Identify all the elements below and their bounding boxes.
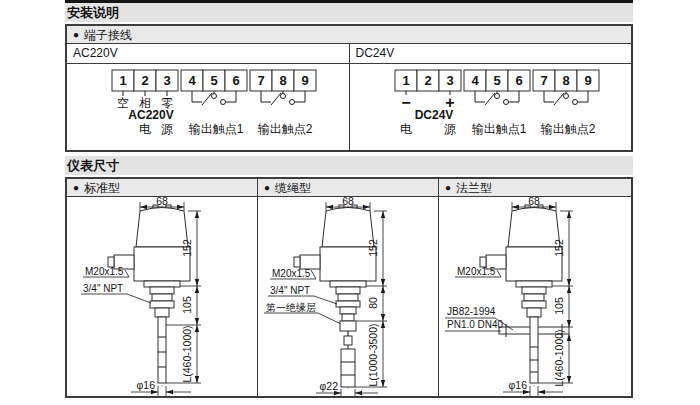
cable-type-drawing: 68 152 80 <box>258 197 439 396</box>
dimension-length: L(1000-3500) <box>355 321 387 387</box>
label-flange-standard: JB82-1994 PN1.0 DN40 <box>445 306 513 331</box>
dimensions-table: ●标准型 ●缆绳型 ●法兰型 <box>65 177 633 398</box>
dim-152: 152 <box>181 239 193 257</box>
terminal-number: 1 <box>402 73 409 88</box>
ac220v-wiring-diagram: 1 2 3 4 5 6 7 8 9 空 相 零 <box>102 64 350 150</box>
section-title-installation: 安装说明 <box>65 3 633 22</box>
dim-68: 68 <box>528 197 540 207</box>
terminal-number: 7 <box>257 73 264 88</box>
probe-rod <box>530 317 538 383</box>
label-insulation: 第一绝缘层 <box>264 302 341 324</box>
power-label-left: 电 <box>400 122 412 136</box>
dc24v-wiring-diagram: 1 2 3 4 5 6 7 8 9 − + DC24V <box>385 64 632 150</box>
power-voltage-label: AC220V <box>128 108 173 122</box>
output-contact-1-label: 输出触点1 <box>471 122 526 136</box>
insulation-layer <box>340 321 356 331</box>
terminal-number: 8 <box>562 73 569 88</box>
terminal-number: 9 <box>301 73 308 88</box>
dim-68: 68 <box>342 197 354 207</box>
bullet-icon: ● <box>73 29 79 40</box>
type-header-label: 缆绳型 <box>275 181 311 195</box>
relay-contact-1: 输出触点1 <box>471 91 526 136</box>
section-title-text: 仪表尺寸 <box>67 158 119 173</box>
standard-type-header: ●标准型 <box>67 179 258 196</box>
probe-rod <box>158 317 166 383</box>
dim-68: 68 <box>156 197 168 207</box>
dc24v-wiring-cell: 1 2 3 4 5 6 7 8 9 − + DC24V <box>350 64 632 150</box>
pin-label-empty: 空 <box>117 96 129 110</box>
relay-contact-1: 输出触点1 <box>189 91 244 136</box>
npt-label: 3/4" NPT <box>270 285 310 296</box>
dimension-neck-height: 105 <box>553 286 573 327</box>
terminal-number: 2 <box>141 73 148 88</box>
output-contact-2-label: 输出触点2 <box>540 122 595 136</box>
ac220v-label: AC220V <box>67 44 350 63</box>
output-contact-2-label: 输出触点2 <box>258 122 313 136</box>
dim-diameter: φ16 <box>137 379 156 391</box>
standard-type-drawing: 68 152 105 <box>67 197 258 396</box>
dim-length: L(460-1000) <box>553 329 565 386</box>
terminal-number: 4 <box>188 73 196 88</box>
standard-type-cell: 68 152 105 <box>67 197 258 396</box>
flange-type-drawing: 68 152 105 <box>439 197 629 396</box>
m20-label: M20x1.5 <box>457 266 496 277</box>
power-pins: 空 相 零 AC220V 电 源 <box>117 91 174 136</box>
power-label-right: 源 <box>161 122 173 136</box>
terminal-wiring-table: ●端子接线 AC220V DC24V 1 2 3 4 5 6 <box>65 24 633 152</box>
type-header-label: 标准型 <box>84 181 120 195</box>
flange-type-header: ●法兰型 <box>439 179 629 196</box>
npt-label: 3/4" NPT <box>83 283 123 294</box>
dim-length: L(1000-3500) <box>367 323 379 386</box>
terminal-strip: 1 2 3 4 5 6 7 8 9 <box>395 70 599 91</box>
output-contact-1-label: 输出触点1 <box>189 122 244 136</box>
probe-neck <box>150 287 174 317</box>
power-pins: − + DC24V 电 源 <box>400 91 456 136</box>
cable-and-weight <box>341 331 355 387</box>
m20-label: M20x1.5 <box>85 266 124 277</box>
power-voltage-label: DC24V <box>414 108 453 122</box>
terminal-number: 3 <box>163 73 170 88</box>
terminal-number: 2 <box>424 73 431 88</box>
voltage-label-row: AC220V DC24V <box>67 44 631 64</box>
m20-label: M20x1.5 <box>272 268 311 279</box>
dim-105: 105 <box>553 297 565 315</box>
terminal-number: 5 <box>493 73 500 88</box>
dim-diameter: φ16 <box>509 379 528 391</box>
cable-type-header: ●缆绳型 <box>258 179 439 196</box>
label-thread: M20x1.5 <box>455 266 501 277</box>
relay-contact-2: 输出触点2 <box>258 91 313 136</box>
terminal-wiring-label: 端子接线 <box>84 28 132 42</box>
relay-contact-2: 输出触点2 <box>540 91 595 136</box>
terminal-wiring-subheader: ●端子接线 <box>67 26 631 44</box>
dim-105: 105 <box>181 296 193 314</box>
terminal-number: 3 <box>446 73 453 88</box>
terminal-number: 7 <box>540 73 547 88</box>
section-title-dimensions: 仪表尺寸 <box>65 156 633 175</box>
type-header-label: 法兰型 <box>456 181 492 195</box>
dim-80: 80 <box>367 297 379 309</box>
dimension-length: L(460-1000) <box>166 325 201 383</box>
dimension-neck-height: 80 <box>356 286 387 321</box>
ac220v-wiring-cell: 1 2 3 4 5 6 7 8 9 空 相 零 <box>67 64 350 150</box>
label-thread: M20x1.5 <box>83 266 129 277</box>
page-content: 安装说明 ●端子接线 AC220V DC24V 1 2 3 4 <box>65 0 633 398</box>
power-label-left: 电 <box>139 122 151 136</box>
terminal-number: 6 <box>515 73 522 88</box>
dimensions-body-row: 68 152 105 <box>67 197 631 396</box>
terminal-number: 1 <box>119 73 126 88</box>
terminal-number: 6 <box>232 73 239 88</box>
wiring-diagrams-row: 1 2 3 4 5 6 7 8 9 空 相 零 <box>67 64 631 150</box>
terminal-number: 8 <box>279 73 286 88</box>
terminal-number: 4 <box>471 73 479 88</box>
dim-diameter: φ22 <box>320 380 339 392</box>
label-thread: M20x1.5 <box>270 268 316 279</box>
bullet-icon: ● <box>264 182 270 193</box>
power-label-right: 源 <box>444 122 456 136</box>
pin-label-minus: − <box>401 94 410 111</box>
section-title-text: 安装说明 <box>67 5 119 20</box>
dc24v-label: DC24V <box>350 44 632 63</box>
dim-152: 152 <box>553 239 565 257</box>
dim-152: 152 <box>367 239 379 257</box>
label-npt: 3/4" NPT <box>81 283 151 303</box>
bullet-icon: ● <box>73 182 79 193</box>
